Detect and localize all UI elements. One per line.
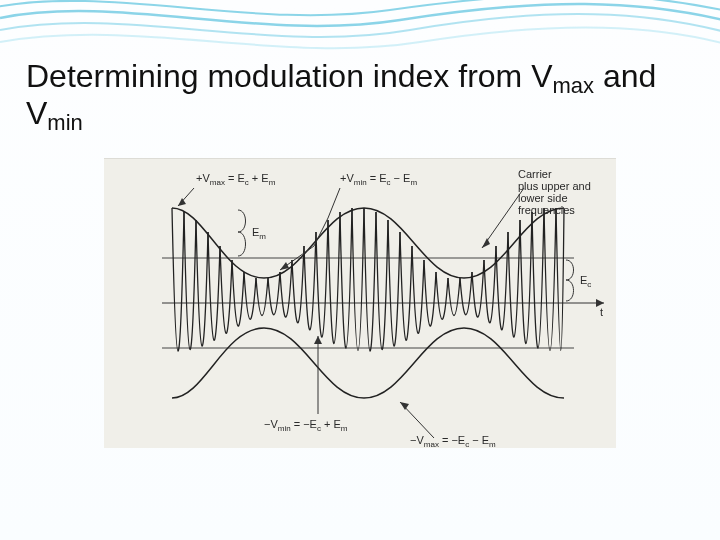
axis-label-t: t	[600, 306, 603, 318]
slide-title: Determining modulation index from Vmax a…	[26, 58, 690, 132]
carrier-oscillations	[172, 208, 564, 351]
envelope-upper	[172, 208, 564, 278]
label-ec: Ec	[580, 274, 591, 289]
title-sub1: max	[552, 73, 594, 98]
svg-marker-11	[482, 238, 490, 248]
title-sub2: min	[47, 110, 82, 135]
label-pos-vmin: +Vmin = Ec − Em	[340, 172, 417, 187]
am-waveform-figure: t	[104, 158, 616, 448]
label-neg-vmax: −Vmax = −Ec − Em	[410, 434, 496, 448]
slide: Determining modulation index from Vmax a…	[0, 0, 720, 540]
am-waveform-svg: t	[104, 158, 616, 448]
label-carrier-description: Carrier plus upper and lower side freque…	[518, 168, 594, 216]
title-part1: Determining modulation index from V	[26, 58, 552, 94]
label-neg-vmin: −Vmin = −Ec + Em	[264, 418, 348, 433]
label-pos-vmax: +Vmax = Ec + Em	[196, 172, 276, 187]
svg-marker-15	[400, 402, 409, 410]
svg-line-6	[328, 188, 340, 218]
svg-marker-13	[314, 336, 322, 344]
svg-marker-5	[178, 198, 186, 206]
label-em: Em	[252, 226, 266, 241]
